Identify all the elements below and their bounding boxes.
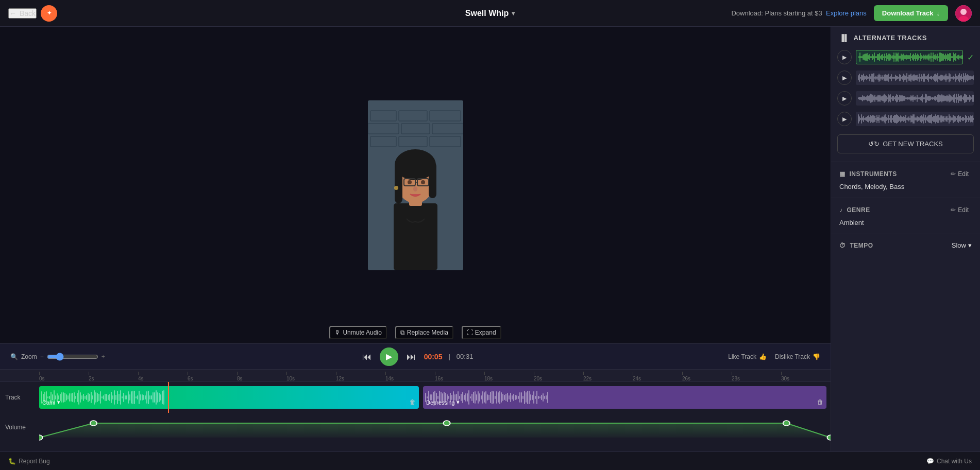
skip-back-button[interactable]: ⏮ [360, 350, 374, 363]
ruler-mark: 0s [39, 370, 89, 382]
alt-waveform-2 [856, 71, 974, 85]
dislike-track-button[interactable]: Dislike Track 👎 [775, 353, 820, 360]
chat-icon: 💬 [926, 458, 934, 465]
replace-label: Replace Media [407, 329, 448, 336]
like-label: Like Track [728, 353, 756, 360]
explore-plans-link[interactable]: Explore plans [826, 9, 867, 17]
total-time: 00:31 [457, 353, 474, 360]
timeline-area: 0s2s4s6s8s10s12s14s16s18s20s22s24s26s28s… [0, 369, 831, 451]
title-chevron-icon: ▾ [512, 10, 515, 17]
alt-tracks-title: ALTERNATE TRACKS [853, 34, 927, 42]
alt-track-item-2[interactable]: ▶ [831, 67, 980, 88]
svg-point-28 [443, 421, 450, 426]
like-track-button[interactable]: Like Track 👍 [728, 353, 767, 360]
alt-waveform-3 [856, 91, 974, 106]
ruler-mark: 4s [138, 370, 188, 382]
instruments-edit-button[interactable]: ✏ Edit [948, 169, 972, 179]
genre-edit-button[interactable]: ✏ Edit [948, 205, 972, 215]
waveform-purple [423, 386, 826, 409]
ruler-mark: 22s [583, 370, 633, 382]
unmute-audio-button[interactable]: 🎙 Unmute Audio [329, 326, 386, 339]
bug-icon: 🐛 [8, 458, 16, 465]
zoom-minus: − [40, 353, 44, 360]
segment-calm[interactable]: Calm ▾ 🗑 [39, 386, 419, 409]
ruler-mark: 10s [286, 370, 336, 382]
instruments-value: Chords, Melody, Bass [839, 183, 972, 190]
tempo-select[interactable]: Slow ▾ [952, 241, 972, 249]
download-arrow-icon: ↓ [937, 9, 940, 17]
tempo-chevron-icon: ▾ [968, 241, 972, 249]
alt-track-item-4[interactable]: ▶ [831, 109, 980, 129]
timeline-ruler: 0s2s4s6s8s10s12s14s16s18s20s22s24s26s28s… [0, 370, 831, 382]
svg-rect-14 [394, 203, 437, 270]
ruler-marks: 0s2s4s6s8s10s12s14s16s18s20s22s24s26s28s… [39, 370, 831, 382]
play-button[interactable]: ▶ [380, 347, 398, 366]
genre-value: Ambient [839, 219, 972, 227]
alt-track-item-3[interactable]: ▶ [831, 88, 980, 109]
ruler-mark: 12s [336, 370, 385, 382]
logo-icon: ✦ [41, 5, 57, 22]
logo-text: ✦ [47, 10, 52, 16]
transport-right: Like Track 👍 Dislike Track 👎 [728, 353, 820, 360]
svg-point-30 [39, 435, 43, 440]
zoom-control: 🔍 Zoom − + [10, 353, 105, 361]
track-title[interactable]: Swell Whip ▾ [465, 9, 515, 18]
ruler-mark: 26s [682, 370, 732, 382]
back-button[interactable]: ← Back [8, 8, 37, 19]
tempo-header: ⏱ TEMPO Slow ▾ [839, 241, 972, 249]
volume-row: Volume [0, 413, 831, 442]
chat-with-us-button[interactable]: 💬 Chat with Us [926, 458, 972, 465]
video-frame-inner [368, 100, 463, 270]
alt-waveform-1 [856, 50, 963, 64]
mic-icon: 🎙 [334, 329, 341, 336]
zoom-plus: + [102, 353, 105, 360]
svg-rect-18 [395, 162, 402, 203]
zoom-label: Zoom [21, 353, 37, 360]
segment-calm-label[interactable]: Calm ▾ [42, 399, 60, 406]
alt-track-play-2[interactable]: ▶ [837, 71, 852, 85]
get-new-tracks-button[interactable]: ↺↻ GET NEW TRACKS [837, 134, 974, 153]
genre-title: ♪ GENRE [839, 206, 870, 214]
svg-point-26 [394, 186, 398, 190]
alt-track-play-4[interactable]: ▶ [837, 112, 852, 126]
dislike-label: Dislike Track [775, 353, 810, 360]
genre-icon: ♪ [839, 206, 843, 214]
skip-forward-button[interactable]: ⏭ [404, 350, 418, 363]
download-track-button[interactable]: Download Track ↓ [874, 5, 948, 21]
svg-point-31 [827, 435, 831, 440]
user-avatar[interactable] [955, 5, 972, 22]
segment-depressing[interactable]: Depressing ▾ 🗑 [423, 386, 826, 409]
expand-button[interactable]: ⛶ Expand [462, 326, 501, 339]
back-arrow-icon: ← [9, 9, 16, 18]
ruler-mark: 14s [385, 370, 435, 382]
alt-track-item-1[interactable]: ▶ ✓ [831, 47, 980, 67]
segment-calm-delete[interactable]: 🗑 [410, 398, 416, 406]
ruler-mark: 8s [237, 370, 286, 382]
svg-point-24 [421, 180, 425, 184]
right-panel: ▐▌ ALTERNATE TRACKS ▶ ✓ ▶ ▶ ▶ ↺↻ GET NEW… [831, 27, 980, 451]
alt-tracks-bars-icon: ▐▌ [839, 34, 849, 42]
bottom-bar: 🐛 Report Bug 💬 Chat with Us [0, 451, 980, 470]
alt-track-play-3[interactable]: ▶ [837, 91, 852, 106]
segment-depressing-label[interactable]: Depressing ▾ [426, 399, 460, 406]
track-content: Calm ▾ 🗑 Depressing ▾ 🗑 [39, 382, 831, 413]
zoom-slider[interactable] [47, 353, 98, 361]
segment-depressing-delete[interactable]: 🗑 [817, 398, 823, 406]
svg-point-29 [783, 421, 790, 426]
tempo-section: ⏱ TEMPO Slow ▾ [831, 234, 980, 260]
instruments-section: ▦ INSTRUMENTS ✏ Edit Chords, Melody, Bas… [831, 162, 980, 198]
top-nav: ← Back ✦ Swell Whip ▾ Download: Plans st… [0, 0, 980, 27]
replace-icon: ⧉ [400, 329, 405, 336]
track-row-label: Track [0, 394, 39, 401]
instruments-title: ▦ INSTRUMENTS [839, 170, 897, 178]
replace-media-button[interactable]: ⧉ Replace Media [395, 326, 453, 339]
volume-row-label: Volume [0, 424, 39, 431]
report-bug-button[interactable]: 🐛 Report Bug [8, 458, 50, 465]
instruments-icon: ▦ [839, 170, 846, 178]
volume-canvas [39, 413, 831, 442]
pencil-genre-icon: ✏ [951, 206, 956, 214]
svg-point-23 [408, 180, 412, 184]
alt-track-play-1[interactable]: ▶ [837, 50, 852, 64]
ruler-mark: 2s [89, 370, 138, 382]
tempo-value: Slow [952, 241, 966, 249]
